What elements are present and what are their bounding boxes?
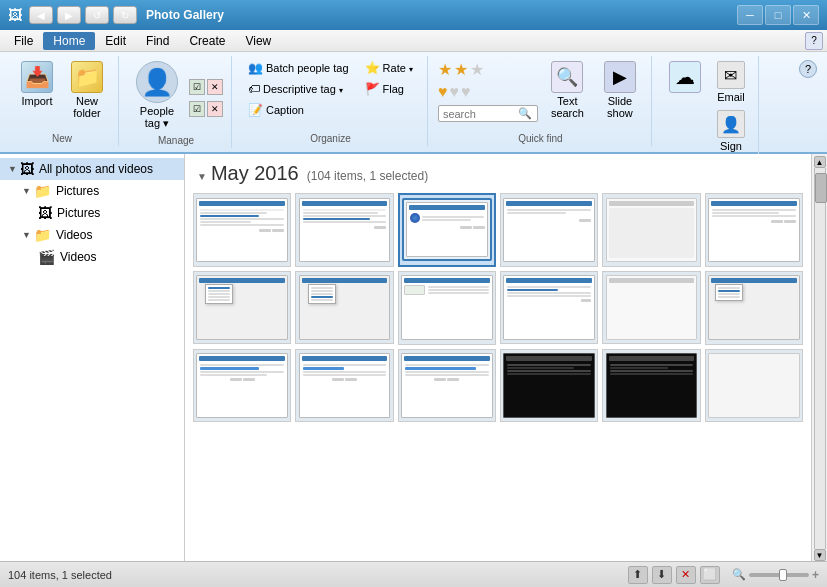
sidebar-item-videos[interactable]: ▼ 📁 Videos [0,224,184,246]
photo-thumb-14[interactable] [295,349,393,423]
photo-thumb-2[interactable] [295,193,393,267]
menu-file[interactable]: File [4,32,43,50]
manage-row1[interactable]: ☑ ✕ [189,79,223,95]
heart1: ♥ [438,83,448,101]
ribbon-group-manage: 👤 Peopletag ▾ ☑ ✕ ☑ ✕ Manage [121,56,232,148]
menu-create[interactable]: Create [179,32,235,50]
share-cloud-icon: ☁ [669,61,701,93]
quick-find-group-label: Quick find [438,133,643,144]
scroll-down-btn[interactable]: ▼ [814,549,826,561]
heart3: ♥ [461,83,471,101]
menu-edit[interactable]: Edit [95,32,136,50]
ribbon-group-new: 📥 Import 📁 New folder New [6,56,119,146]
slide-show-icon: ▶ [604,61,636,93]
zoom-slider[interactable] [749,573,809,577]
photo-grid-row2 [193,271,803,345]
photo-thumb-4[interactable] [500,193,598,267]
zoom-thumb [779,569,787,581]
status-delete[interactable]: ✕ [676,566,696,584]
menu-bar: File Home Edit Find Create View ? [0,30,827,52]
sidebar-item-pictures[interactable]: ▼ 📁 Pictures [0,180,184,202]
sidebar-item-pictures-sub[interactable]: 🖼 Pictures [0,202,184,224]
photo-thumb-1[interactable] [193,193,291,267]
photo-thumb-17[interactable] [602,349,700,423]
title-bar: 🖼 ◀ ▶ ↺ ↻ Photo Gallery ─ □ ✕ [0,0,827,30]
flag-icon: 🚩 [365,82,380,96]
text-search-icon: 🔍 [551,61,583,93]
batch-people-tag-button[interactable]: 👥 Batch people tag [242,58,355,78]
photo-thumb-3[interactable] [398,193,496,267]
photo-thumb-11[interactable] [602,271,700,345]
status-sort-asc[interactable]: ⬆ [628,566,648,584]
photo-thumb-7[interactable] [193,271,291,345]
sidebar-item-all-photos[interactable]: ▼ 🖼 All photos and videos [0,158,184,180]
manage-row2[interactable]: ☑ ✕ [189,101,223,117]
videos-folder-icon: 📁 [34,227,51,243]
zoom-out-icon: 🔍 [732,568,746,581]
rate-button[interactable]: ⭐ Rate ▾ [359,58,419,78]
manage-icon2: ✕ [207,79,223,95]
menu-home[interactable]: Home [43,32,95,50]
menu-find[interactable]: Find [136,32,179,50]
photo-thumb-10[interactable] [500,271,598,345]
pictures-arrow: ▼ [22,186,31,196]
caption-button[interactable]: 📝 Caption [242,100,355,120]
quick-find-hearts: ♥ ♥ ♥ [438,83,538,101]
maximize-button[interactable]: □ [765,5,791,25]
slide-show-button[interactable]: ▶ Slideshow [597,56,643,124]
new-folder-button[interactable]: 📁 New folder [64,56,110,124]
menu-view[interactable]: View [235,32,281,50]
photo-grid-row1 [193,193,803,267]
photo-grid-row3 [193,349,803,423]
photo-thumb-16[interactable] [500,349,598,423]
scroll-up-btn[interactable]: ▲ [814,156,826,168]
descriptive-tag-arrow: ▾ [339,86,343,95]
people-tag-button[interactable]: 👤 Peopletag ▾ [129,56,185,135]
photo-thumb-5[interactable] [602,193,700,267]
nav-undo[interactable]: ↺ [85,6,109,24]
text-search-button[interactable]: 🔍 Textsearch [544,56,591,124]
ribbon-group-quickfind: ★ ★ ★ ♥ ♥ ♥ 🔍 🔍 Textsearch [430,56,652,146]
email-button[interactable]: ✉ Email [712,58,750,106]
nav-forward[interactable]: ▶ [57,6,81,24]
month-arrow: ▼ [197,171,207,182]
photo-thumb-12[interactable] [705,271,803,345]
close-button[interactable]: ✕ [793,5,819,25]
scrollbar[interactable]: ▲ ▼ [811,154,827,561]
star1: ★ [438,60,452,79]
manage-icon3: ☑ [189,101,205,117]
status-view[interactable]: ⬜ [700,566,720,584]
photo-thumb-6[interactable] [705,193,803,267]
nav-back[interactable]: ◀ [29,6,53,24]
photo-thumb-9[interactable] [398,271,496,345]
descriptive-tag-button[interactable]: 🏷 Descriptive tag ▾ [242,79,355,99]
photo-thumb-15[interactable] [398,349,496,423]
sidebar-item-videos-sub[interactable]: 🎬 Videos [0,246,184,268]
share-large-button[interactable]: ☁ [662,56,708,100]
status-sort-desc[interactable]: ⬇ [652,566,672,584]
import-button[interactable]: 📥 Import [14,56,60,112]
ribbon-help-button[interactable]: ? [799,60,817,78]
scroll-thumb[interactable] [815,173,827,203]
help-button[interactable]: ? [805,32,823,50]
videos-arrow: ▼ [22,230,31,240]
ribbon-group-organize: 👥 Batch people tag 🏷 Descriptive tag ▾ 📝… [234,56,428,146]
zoom-control: 🔍 + [732,568,819,582]
all-photos-icon: 🖼 [20,161,34,177]
videos-sub-icon: 🎬 [38,249,55,265]
search-input[interactable] [443,108,518,120]
flag-button[interactable]: 🚩 Flag [359,79,419,99]
nav-redo[interactable]: ↻ [113,6,137,24]
rate-icon: ⭐ [365,61,380,75]
quick-find-stars: ★ ★ ★ [438,60,538,79]
scroll-track [814,168,826,549]
photo-thumb-13[interactable] [193,349,291,423]
search-input-wrap: 🔍 [438,105,538,122]
photo-thumb-8[interactable] [295,271,393,345]
minimize-button[interactable]: ─ [737,5,763,25]
batch-people-icon: 👥 [248,61,263,75]
rate-arrow: ▾ [409,65,413,74]
photo-thumb-18[interactable] [705,349,803,423]
star3: ★ [470,60,484,79]
star2: ★ [454,60,468,79]
